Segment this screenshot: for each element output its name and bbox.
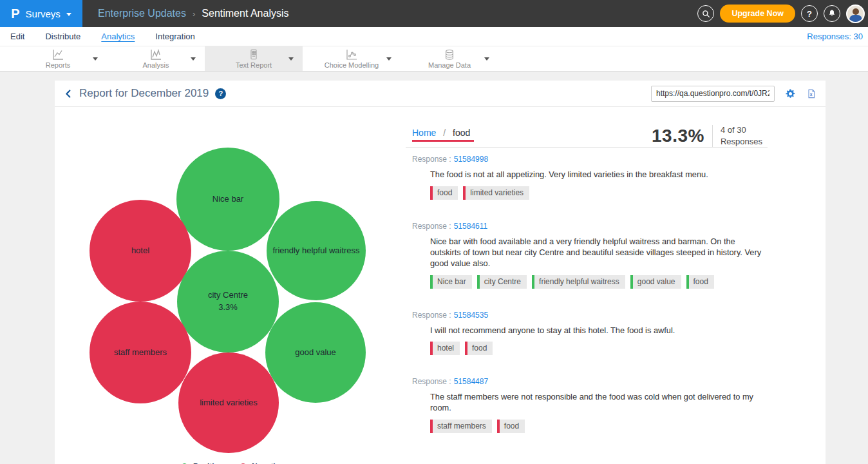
bubble-friendly-helpful-waitress[interactable]: friendly helpful waitress — [267, 201, 366, 300]
tag-good-value: good value — [630, 275, 681, 289]
chevron-down-icon[interactable] — [484, 57, 489, 61]
chevron-down-icon[interactable] — [93, 57, 98, 61]
toolbar-item-text-report[interactable]: Text Report — [205, 46, 303, 71]
response-item: Response :51584535I will not recommend a… — [412, 309, 768, 356]
response-label: Response : — [412, 222, 451, 231]
response-tags: staff membersfood — [430, 420, 768, 433]
share-url-input[interactable] — [651, 86, 775, 102]
bubble-label: good value — [295, 347, 336, 359]
toolbar-item-choice-modelling[interactable]: Choice Modelling — [303, 46, 401, 71]
toolbar-item-label: Choice Modelling — [325, 61, 379, 69]
tag-hotel: hotel — [430, 342, 460, 355]
question-mark-icon: ? — [807, 9, 812, 19]
bubble-staff-members[interactable]: staff members — [90, 302, 191, 403]
panel-breadcrumb-current: food — [453, 128, 470, 138]
chevron-down-icon — [66, 13, 71, 16]
responses-count[interactable]: Responses: 30 — [807, 32, 868, 41]
report-help-button[interactable]: ? — [215, 88, 226, 99]
search-button[interactable] — [697, 5, 714, 22]
nav-tab-analytics[interactable]: Analytics — [91, 32, 145, 41]
responses-count-label: Responses — [721, 137, 762, 146]
topic-percent: 13.3% — [652, 126, 704, 146]
bubble-limited-varieties[interactable]: limited varieties — [178, 353, 279, 453]
tag-food: food — [465, 342, 493, 355]
nav-tab-distribute[interactable]: Distribute — [35, 32, 91, 41]
response-label: Response : — [412, 155, 451, 164]
response-tags: hotelfood — [430, 342, 768, 355]
bubble-nice-bar[interactable]: Nice bar — [176, 148, 279, 251]
bubble-label: staff members — [114, 347, 167, 359]
chevron-down-icon[interactable] — [386, 57, 392, 61]
toolbar-item-label: Analysis — [143, 61, 169, 69]
search-icon — [702, 10, 710, 18]
user-avatar[interactable] — [846, 5, 865, 23]
bubble-label: city Centre — [208, 289, 248, 302]
settings-button[interactable] — [785, 88, 796, 99]
toolbar-item-manage-data[interactable]: Manage Data — [401, 46, 498, 71]
tag-friendly-helpful-waitress: friendly helpful waitress — [532, 275, 625, 289]
panel-stats: 13.3% 4 of 30 Responses — [652, 124, 766, 148]
topbar-actions: Upgrade Now ? — [697, 5, 868, 23]
response-heading: Response :51584535 — [412, 309, 768, 320]
help-button[interactable]: ? — [801, 5, 818, 22]
report-header: Report for December 2019 ? — [55, 81, 826, 107]
product-switcher[interactable]: P Surveys — [0, 0, 82, 27]
tag-food: food — [497, 420, 525, 433]
response-id-link[interactable]: 51584535 — [454, 311, 488, 320]
breadcrumb: Enterprise Updates › Sentiment Analysis — [98, 8, 289, 19]
tag-food: food — [430, 186, 458, 200]
response-item: Response :51584611Nice bar with food ava… — [412, 220, 768, 289]
response-id-link[interactable]: 51584611 — [454, 222, 488, 231]
report-header-actions — [651, 86, 816, 102]
nav-tab-integration[interactable]: Integration — [145, 32, 205, 41]
report-title: Report for December 2019 — [79, 87, 209, 100]
chevron-down-icon[interactable] — [288, 57, 294, 61]
report-card: Report for December 2019 ? PositiveNegat… — [55, 81, 826, 464]
response-label: Response : — [412, 377, 451, 386]
toolbar-item-label: Manage Data — [428, 61, 471, 69]
avatar-body — [849, 15, 862, 23]
breadcrumb-parent[interactable]: Enterprise Updates — [98, 8, 186, 19]
chevron-down-icon[interactable] — [191, 57, 196, 61]
nav-tabs: EditDistributeAnalyticsIntegration — [0, 32, 205, 41]
toolbar-item-analysis[interactable]: Analysis — [107, 46, 205, 71]
response-label: Response : — [412, 311, 451, 320]
chevron-left-icon — [64, 89, 73, 99]
bubble-label: hotel — [131, 245, 149, 257]
product-name: Surveys — [26, 8, 61, 19]
export-excel-button[interactable] — [806, 88, 816, 99]
response-text: The staff members were not responsible a… — [430, 392, 768, 414]
bubble-hotel[interactable]: hotel — [90, 200, 191, 302]
analytics-toolbar: ReportsAnalysisText ReportChoice Modelli… — [0, 46, 868, 72]
manage-data-icon — [444, 49, 455, 61]
panel-breadcrumb-separator: / — [443, 128, 446, 138]
responses-count-value: 4 of 30 — [721, 125, 746, 135]
export-document-icon — [806, 88, 816, 99]
bubble-city-centre[interactable]: city Centre3.3% — [177, 251, 279, 353]
question-mark-icon: ? — [218, 90, 223, 97]
bubble-label: Nice bar — [212, 193, 243, 206]
tag-nice-bar: Nice bar — [430, 275, 472, 289]
back-button[interactable] — [64, 89, 73, 99]
response-id-link[interactable]: 51584487 — [454, 377, 488, 386]
bubble-label: friendly helpful waitress — [272, 245, 359, 257]
panel-breadcrumb-home[interactable]: Home — [412, 128, 436, 138]
toolbar-item-label: Text Report — [236, 61, 272, 69]
upgrade-now-button[interactable]: Upgrade Now — [720, 5, 795, 23]
analysis-chart-icon — [149, 49, 162, 61]
nav-tab-edit[interactable]: Edit — [0, 32, 35, 41]
responses-list: Response :51584998The food is not at all… — [406, 153, 768, 453]
toolbar-item-reports[interactable]: Reports — [9, 46, 107, 71]
notifications-button[interactable] — [824, 5, 840, 22]
avatar-head — [853, 8, 859, 15]
response-tags: Nice barcity Centrefriendly helpful wait… — [430, 275, 768, 289]
text-report-icon — [248, 49, 259, 61]
stats-divider — [712, 125, 713, 147]
gear-icon — [785, 88, 796, 99]
breadcrumb-separator: › — [193, 9, 195, 19]
active-topic-underline — [412, 140, 474, 142]
sentiment-bubble-chart: PositiveNegative Nice barhotelfriendly h… — [55, 107, 412, 464]
response-id-link[interactable]: 51584998 — [454, 155, 488, 164]
response-item: Response :51584998The food is not at all… — [412, 153, 768, 200]
bubble-good-value[interactable]: good value — [265, 302, 366, 403]
